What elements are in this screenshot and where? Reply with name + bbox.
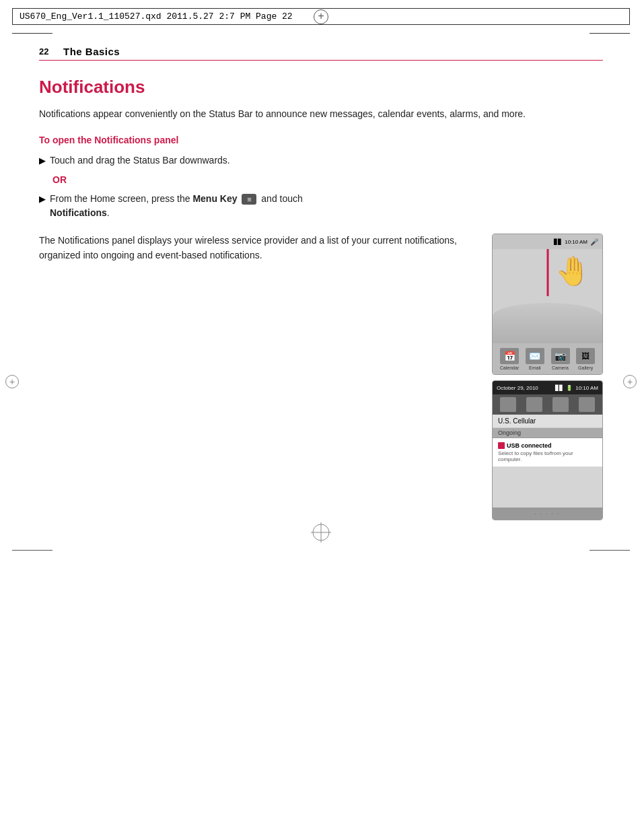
gallery-label: Gallery xyxy=(578,365,593,370)
camera-label: Camera xyxy=(552,365,569,370)
top-line-left xyxy=(12,33,52,34)
page-content: 22 The Basics Notifications Notification… xyxy=(12,25,630,559)
status-time-top: 10:10 AM xyxy=(565,239,587,245)
notifications-heading: Notifications xyxy=(39,77,603,98)
quick-icon-2 xyxy=(526,397,542,412)
bottom-line-right xyxy=(590,550,630,551)
notif-usb-item: USB connected Select to copy files to/fr… xyxy=(493,438,602,467)
quick-icon-3 xyxy=(552,397,569,412)
notif-usb-label: USB connected xyxy=(507,442,552,449)
phone-screenshots: ▊▊ 10:10 AM 🎤 🤚 xyxy=(492,234,603,520)
microphone-icon: 🎤 xyxy=(590,238,598,246)
camera-icon-group: 📷 Camera xyxy=(551,348,570,370)
camera-icon: 📷 xyxy=(551,348,570,364)
bullet-text-1: Touch and drag the Status Bar downwards. xyxy=(50,153,230,168)
section-title: The Basics xyxy=(63,46,120,57)
bottom-center-cross xyxy=(311,522,331,545)
bottom-line-left xyxy=(12,550,52,551)
camera-emoji: 📷 xyxy=(555,351,566,361)
bottom-lines xyxy=(12,547,630,559)
bullet-text-2: From the Home screen, press the Menu Key… xyxy=(50,192,303,220)
notif-status-bar: October 29, 2010 ▊▊ 🔋 10:10 AM xyxy=(493,381,602,394)
phone-status-bar: ▊▊ 10:10 AM 🎤 xyxy=(493,234,602,249)
phone-app-icons: 📅 Calendar ✉️ Email 📷 xyxy=(493,343,602,374)
menu-key-label: Menu Key xyxy=(192,193,237,204)
notif-bottom-bar: · · · · · xyxy=(493,508,602,520)
notif-status-date: October 29, 2010 xyxy=(497,385,538,391)
header-text: US670_Eng_Ver1.1_110527.qxd 2011.5.27 2:… xyxy=(20,11,293,22)
email-label: Email xyxy=(529,365,541,370)
calendar-emoji: 📅 xyxy=(504,351,515,361)
gallery-icon-group: 🖼 Gallery xyxy=(576,348,595,370)
bullet-arrow-1: ▶ xyxy=(39,154,46,168)
signal-icon: ▊▊ xyxy=(554,239,562,245)
email-icon: ✉️ xyxy=(526,348,544,364)
registration-cross xyxy=(314,9,328,24)
header-center-cross xyxy=(314,9,328,24)
notif-status-time: 10:10 AM xyxy=(575,385,598,391)
notif-provider-name: U.S. Cellular xyxy=(493,415,602,428)
main-content: Notifications Notifications appear conve… xyxy=(39,61,603,520)
bullet-item-1: ▶ Touch and drag the Status Bar downward… xyxy=(39,153,603,168)
notif-quick-icons-bar xyxy=(493,394,602,415)
quick-icon-1 xyxy=(500,397,516,412)
email-emoji: ✉️ xyxy=(529,351,540,361)
notif-usb-title: USB connected xyxy=(498,442,597,449)
registration-cross-bottom xyxy=(311,522,331,542)
notif-ongoing-header: Ongoing xyxy=(493,428,602,438)
menu-key-icon xyxy=(242,194,256,205)
reg-mark-right xyxy=(623,375,637,388)
quick-icon-4 xyxy=(579,397,595,412)
notif-usb-icon xyxy=(498,442,505,449)
top-line-right xyxy=(590,33,630,34)
screen-bg-shape xyxy=(493,303,602,343)
battery-icon: 🔋 xyxy=(566,385,573,391)
hand-icon: 🤚 xyxy=(555,254,590,287)
panel-description-text: The Notifications panel displays your wi… xyxy=(39,234,478,262)
bullet-arrow-2: ▶ xyxy=(39,193,46,206)
notifications-link: Notifications xyxy=(50,207,107,218)
or-label: OR xyxy=(52,174,603,185)
reg-mark-left xyxy=(5,375,19,388)
calendar-icon: 📅 xyxy=(500,348,519,364)
top-decorative-lines xyxy=(12,25,630,34)
page-number: 22 xyxy=(39,46,52,57)
phone-screen-area: 🤚 xyxy=(493,249,602,343)
phone-screenshot-bottom: October 29, 2010 ▊▊ 🔋 10:10 AM U.S. xyxy=(492,380,603,520)
gallery-icon: 🖼 xyxy=(576,348,595,364)
header-bar: US670_Eng_Ver1.1_110527.qxd 2011.5.27 2:… xyxy=(12,8,630,25)
bullet-item-2: ▶ From the Home screen, press the Menu K… xyxy=(39,192,603,220)
notif-status-icons: ▊▊ 🔋 10:10 AM xyxy=(555,385,598,391)
notif-handle-dots: · · · · · xyxy=(534,511,560,517)
notif-usb-desc: Select to copy files to/from your comput… xyxy=(498,450,597,462)
calendar-label: Calendar xyxy=(500,365,519,370)
email-icon-group: ✉️ Email xyxy=(526,348,544,370)
drag-indicator xyxy=(546,249,548,296)
two-column-section: The Notifications panel displays your wi… xyxy=(39,234,603,520)
notifications-subheading: To open the Notifications panel xyxy=(39,135,603,145)
gallery-emoji: 🖼 xyxy=(581,351,590,361)
calendar-icon-group: 📅 Calendar xyxy=(500,348,519,370)
notifications-body-text: Notifications appear conveniently on the… xyxy=(39,107,603,121)
phone-dock xyxy=(493,374,602,375)
signal-bars-icon: ▊▊ xyxy=(555,385,563,391)
phone-screenshot-top: ▊▊ 10:10 AM 🎤 🤚 xyxy=(492,234,603,375)
notif-empty-area xyxy=(493,467,602,508)
section-header: 22 The Basics xyxy=(39,46,603,61)
